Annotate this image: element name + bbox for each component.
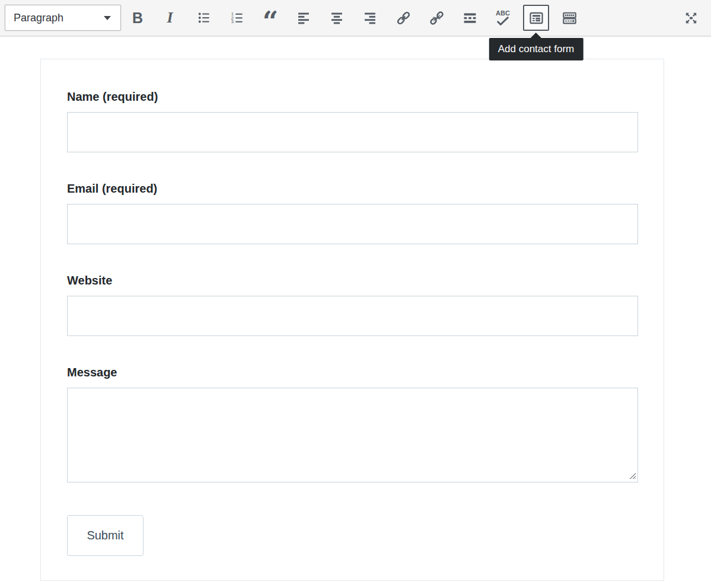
name-field-label: Name (required) xyxy=(67,89,638,104)
submit-button[interactable]: Submit xyxy=(67,515,144,556)
align-right-button[interactable] xyxy=(358,6,382,30)
unlink-icon xyxy=(429,10,445,26)
fullscreen-button[interactable] xyxy=(679,6,703,30)
keyboard-icon xyxy=(562,10,578,26)
align-left-button[interactable] xyxy=(292,6,315,30)
paragraph-style-select[interactable]: Paragraph xyxy=(5,5,121,31)
fullscreen-icon xyxy=(683,10,699,26)
website-input[interactable] xyxy=(67,296,638,336)
link-button[interactable] xyxy=(391,6,415,30)
email-field-label: Email (required) xyxy=(67,181,638,196)
tooltip-text: Add contact form xyxy=(498,43,575,55)
align-center-icon xyxy=(329,10,345,25)
bullet-list-button[interactable] xyxy=(192,6,216,30)
insert-read-more-button[interactable] xyxy=(458,6,482,30)
editor-toolbar: Paragraph B I 1 2 3 “ xyxy=(0,0,711,37)
blockquote-button[interactable]: “ xyxy=(259,6,282,30)
form-group-name: Name (required) xyxy=(67,89,638,152)
align-right-icon xyxy=(362,10,378,25)
form-group-message: Message xyxy=(67,365,638,482)
contact-form-icon xyxy=(528,10,544,26)
form-group-email: Email (required) xyxy=(67,181,638,244)
svg-text:3: 3 xyxy=(231,19,234,24)
numbered-list-icon: 1 2 3 xyxy=(229,10,245,25)
link-icon xyxy=(396,10,412,26)
read-more-tag-icon xyxy=(462,10,478,26)
italic-icon: I xyxy=(167,10,174,25)
bullet-list-icon xyxy=(196,10,212,25)
bold-icon: B xyxy=(132,11,143,25)
align-center-button[interactable] xyxy=(325,6,349,30)
message-textarea[interactable] xyxy=(67,388,638,482)
tooltip-arrow-icon xyxy=(531,33,541,38)
unlink-button[interactable] xyxy=(425,6,448,30)
paragraph-style-value: Paragraph xyxy=(14,12,63,24)
numbered-list-button[interactable]: 1 2 3 xyxy=(225,6,249,30)
blockquote-icon: “ xyxy=(263,8,278,28)
add-contact-form-button[interactable] xyxy=(523,5,549,31)
align-left-icon xyxy=(296,10,311,25)
spellcheck-icon: ABC xyxy=(496,10,510,25)
chevron-down-icon xyxy=(104,16,111,20)
spellcheck-button[interactable]: ABC xyxy=(491,6,515,30)
keyboard-toggle-button[interactable] xyxy=(557,6,581,30)
website-field-label: Website xyxy=(67,273,638,288)
italic-button[interactable]: I xyxy=(159,6,183,30)
message-field-label: Message xyxy=(67,365,638,380)
form-group-website: Website xyxy=(67,273,638,336)
email-input[interactable] xyxy=(67,204,638,244)
bold-button[interactable]: B xyxy=(126,6,149,30)
contact-form-preview-card: Name (required) Email (required) Website… xyxy=(40,59,664,581)
name-input[interactable] xyxy=(67,112,638,152)
tooltip: Add contact form xyxy=(489,38,584,60)
